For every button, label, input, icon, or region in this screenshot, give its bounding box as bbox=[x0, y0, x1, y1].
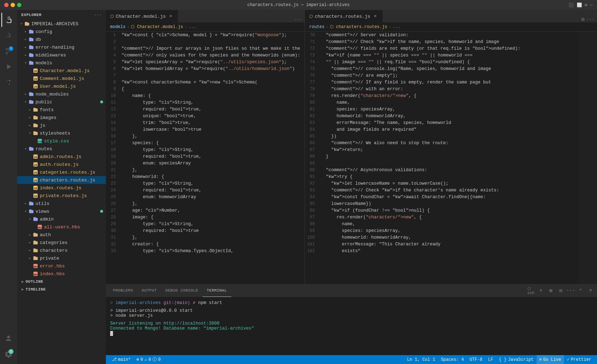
status-errors-warnings[interactable]: ⊗ 0 ⚠ 0 ⓘ 0 bbox=[134, 355, 163, 364]
left-tab-more[interactable]: ··· bbox=[291, 17, 305, 22]
tree-item-utils[interactable]: ▸utils bbox=[17, 200, 106, 207]
right-tab-characters-routes[interactable]: ⬡ characters.routes.js × bbox=[305, 10, 383, 22]
left-tab-character-model[interactable]: ⬡ Character.model.js × bbox=[106, 10, 178, 22]
layout-icon-1[interactable]: ⬛ bbox=[569, 2, 574, 8]
tree-item-config[interactable]: ▸config bbox=[17, 28, 106, 36]
tree-item-comment-model-js[interactable]: JSComment.model.js bbox=[17, 75, 106, 82]
accounts-activity-icon[interactable] bbox=[1, 331, 16, 346]
left-tab-close[interactable]: × bbox=[168, 13, 173, 19]
tree-item-routes[interactable]: ▾routes bbox=[17, 145, 106, 153]
tree-item-auth-routes-js[interactable]: JSauth.routes.js bbox=[17, 161, 106, 168]
tree-item-stylesheets[interactable]: ▾stylesheets bbox=[17, 129, 106, 137]
search-activity-icon[interactable] bbox=[1, 28, 16, 43]
status-go-live[interactable]: ⊙ Go Live bbox=[537, 355, 564, 364]
panel-tab-problems[interactable]: PROBLEMS bbox=[109, 284, 138, 297]
tree-item-index-hbs[interactable]: HBSindex.hbs bbox=[17, 270, 106, 278]
tree-item-db[interactable]: ▸db bbox=[17, 36, 106, 43]
tree-item-private[interactable]: ▸private bbox=[17, 254, 106, 262]
right-code-editor[interactable]: 70 "comment">// Server validation:71 "co… bbox=[305, 32, 579, 284]
panel-tab-debug-console[interactable]: DEBUG CONSOLE bbox=[161, 284, 202, 297]
outline-header[interactable]: ▶ OUTLINE bbox=[17, 278, 106, 286]
tree-item-imperial-archives[interactable]: ▾IMPERIAL-ARCHIVES bbox=[17, 20, 106, 28]
panel-more-icon[interactable]: ··· bbox=[567, 287, 574, 294]
tree-item-node-modules[interactable]: ▸node_modules bbox=[17, 90, 106, 98]
line-number: 82 bbox=[305, 113, 319, 119]
terminal-shell-icon[interactable]: ⬡ zsh bbox=[527, 287, 534, 294]
kill-terminal-icon[interactable]: ⊟ bbox=[557, 287, 564, 294]
tree-item-index-routes-js[interactable]: JSindex.routes.js bbox=[17, 184, 106, 192]
new-terminal-icon[interactable]: + bbox=[537, 287, 544, 294]
line-content: unique: "bool">true, bbox=[120, 113, 305, 119]
code-line: 77 "comment">// If any field is empty, r… bbox=[305, 79, 579, 86]
status-position[interactable]: Ln 1, Col 1 bbox=[404, 355, 438, 364]
line-content: "comment">// are empty"); bbox=[319, 72, 579, 79]
status-language[interactable]: { } JavaScript bbox=[496, 355, 537, 364]
tree-item-error-handling[interactable]: ▸error-handling bbox=[17, 43, 106, 51]
left-breadcrumb-more: ... bbox=[188, 25, 196, 29]
timeline-header[interactable]: ▶ TIMELINE bbox=[17, 286, 106, 293]
panel-tab-terminal[interactable]: TERMINAL bbox=[203, 284, 231, 297]
tree-item-error-hbs[interactable]: HBSerror.hbs bbox=[17, 262, 106, 270]
maximize-button[interactable] bbox=[17, 3, 21, 7]
source-control-activity-icon[interactable]: 3 bbox=[1, 44, 16, 58]
split-terminal-icon[interactable]: ⊞ bbox=[547, 287, 554, 294]
tree-item-all-users-hbs[interactable]: HBSall-users.hbs bbox=[17, 223, 106, 231]
left-code-editor[interactable]: 1"kw">const { "cls">Schema, model } = "k… bbox=[106, 32, 305, 284]
tree-item-auth[interactable]: ▸auth bbox=[17, 231, 106, 239]
tree-label: admin bbox=[40, 217, 54, 222]
code-line: 72 "comment">// fields are not empty (or… bbox=[305, 45, 579, 52]
terminal-output-success-2: Connected to Mongo! Database name: "impe… bbox=[110, 326, 593, 331]
tree-item-middlewares[interactable]: ▸middlewares bbox=[17, 51, 106, 59]
split-editor-icon[interactable]: ⊟ bbox=[581, 16, 584, 22]
terminal-prompt-icon: ○ bbox=[110, 300, 113, 305]
tree-item-user-model-js[interactable]: JSUser.model.js bbox=[17, 82, 106, 90]
layout-icon-2[interactable]: ⬜ bbox=[577, 2, 582, 8]
terminal-content[interactable]: ○ imperial-archives git:(main) ✗ npm sta… bbox=[106, 297, 597, 355]
tree-item-private-routes-js[interactable]: JSprivate.routes.js bbox=[17, 192, 106, 200]
line-number: 79 bbox=[305, 92, 319, 99]
tree-item-character-model-js[interactable]: JSCharacter.model.js bbox=[17, 67, 106, 75]
code-line: 19 required: "bool">true, bbox=[106, 153, 305, 160]
dot-badge bbox=[100, 210, 103, 213]
extensions-activity-icon[interactable] bbox=[1, 75, 16, 89]
close-button[interactable] bbox=[4, 3, 9, 7]
tree-item-views[interactable]: ▾views bbox=[17, 207, 106, 215]
tree-item-fonts[interactable]: ▸fonts bbox=[17, 106, 106, 114]
more-actions-icon[interactable]: ··· bbox=[586, 17, 594, 22]
run-activity-icon[interactable] bbox=[1, 60, 16, 74]
status-branch[interactable]: ⎇ main* bbox=[109, 355, 134, 364]
tree-item-style-css[interactable]: CSSstyle.css bbox=[17, 137, 106, 145]
settings-activity-icon[interactable]: 1 bbox=[1, 347, 16, 361]
layout-icon-4[interactable]: ⋯ bbox=[590, 2, 593, 8]
panel-tab-output[interactable]: OUTPUT bbox=[138, 284, 161, 297]
status-prettier[interactable]: ✓ Prettier bbox=[564, 355, 594, 364]
tree-item-admin[interactable]: ▾admin bbox=[17, 215, 106, 223]
code-line: 13 unique: "bool">true, bbox=[106, 113, 305, 119]
tree-item-categories[interactable]: ▸categories bbox=[17, 239, 106, 246]
tree-item-admin-routes-js[interactable]: JSadmin.routes.js bbox=[17, 153, 106, 161]
tree-item-public[interactable]: ▾public bbox=[17, 98, 106, 106]
explorer-activity-icon[interactable] bbox=[1, 13, 16, 27]
tree-item-models[interactable]: ▾models bbox=[17, 59, 106, 67]
sidebar-more-icon[interactable]: ··· bbox=[94, 13, 102, 17]
layout-icon-3[interactable]: ⊞ bbox=[585, 2, 587, 8]
right-tab-close[interactable]: × bbox=[372, 13, 378, 19]
panel-maximize-icon[interactable]: ⌃ bbox=[577, 287, 584, 294]
line-number: 87 bbox=[305, 146, 319, 153]
line-content: "kw">try { bbox=[319, 173, 579, 180]
line-number: 89 bbox=[305, 160, 319, 167]
tree-item-characters-routes-js[interactable]: JScharacters.routes.js bbox=[17, 176, 106, 184]
code-line: 5"kw">let speciesArray = "kw">require(".… bbox=[106, 59, 305, 65]
tree-item-characters[interactable]: ▸characters bbox=[17, 246, 106, 254]
status-spaces[interactable]: Spaces: 4 bbox=[438, 355, 467, 364]
status-line-ending[interactable]: LF bbox=[485, 355, 496, 364]
code-line: 16 }, bbox=[106, 133, 305, 140]
status-encoding[interactable]: UTF-8 bbox=[467, 355, 485, 364]
tree-item-categories-routes-js[interactable]: JScategories.routes.js bbox=[17, 168, 106, 176]
panel-close-icon[interactable]: × bbox=[587, 287, 594, 294]
line-content: lowercase: "bool">true bbox=[120, 126, 305, 133]
tree-item-images[interactable]: ▸images bbox=[17, 114, 106, 121]
minimize-button[interactable] bbox=[11, 3, 15, 7]
line-number: 72 bbox=[305, 45, 319, 52]
tree-item-js[interactable]: ▸js bbox=[17, 121, 106, 129]
